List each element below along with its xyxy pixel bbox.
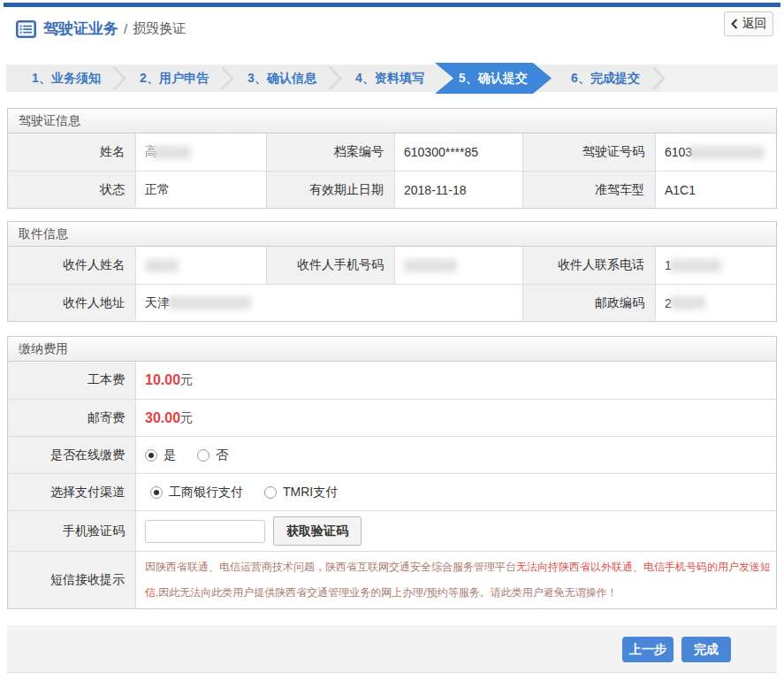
step-5-active[interactable]: 5、确认提交 (435, 63, 552, 94)
captcha-input[interactable] (145, 520, 265, 543)
get-captcha-button[interactable]: 获取验证码 (273, 516, 362, 546)
cost-fee-value: 10.00元 (135, 362, 776, 399)
chevron-left-icon (731, 19, 738, 29)
back-button[interactable]: 返回 (724, 11, 773, 36)
captcha-label: 手机验证码 (8, 510, 135, 551)
redacted-blur (168, 296, 251, 309)
online-pay-options: 是 否 (135, 436, 776, 473)
back-label: 返回 (742, 16, 767, 32)
breadcrumb-separator: / (124, 21, 127, 36)
step-separator (651, 65, 672, 92)
step-1[interactable]: 1、业务须知 (12, 65, 120, 92)
redacted-blur (404, 259, 457, 272)
expiry-label: 有效期止日期 (266, 171, 394, 208)
radio-channel-icbc[interactable]: 工商银行支付 (150, 485, 243, 500)
redacted-blur (689, 146, 765, 159)
file-no-label: 档案编号 (266, 134, 394, 171)
name-label: 姓名 (8, 134, 135, 171)
class-value: A1C1 (655, 171, 776, 208)
radio-selected-icon (150, 486, 163, 499)
radio-online-no[interactable]: 否 (197, 447, 228, 463)
step-6[interactable]: 6、完成提交 (552, 65, 659, 92)
recipient-address-label: 收件人地址 (8, 284, 135, 321)
section-pickup-info: 取件信息 收件人姓名 收件人手机号码 收件人联系电话 1 收件人地址 天津 邮政… (7, 221, 777, 322)
redacted-blur (670, 259, 721, 272)
finish-button[interactable]: 完成 (681, 637, 731, 662)
section-fees-title: 缴纳费用 (8, 337, 776, 362)
postage-fee-label: 邮寄费 (8, 399, 135, 436)
list-icon (16, 20, 36, 38)
step-separator (219, 65, 240, 92)
previous-step-button[interactable]: 上一步 (622, 637, 674, 662)
footer-bar: 上一步 完成 (7, 626, 777, 673)
section-license-title: 驾驶证信息 (8, 109, 776, 134)
recipient-name-value (135, 247, 266, 284)
page-header: 驾驶证业务 / 损毁换证 返回 (0, 7, 784, 50)
step-4[interactable]: 4、资料填写 (336, 65, 444, 92)
zip-value: 2 (655, 284, 776, 321)
radio-unselected-icon (264, 486, 277, 499)
step-2[interactable]: 2、用户申告 (120, 65, 228, 92)
pay-channel-label: 选择支付渠道 (8, 473, 135, 510)
expiry-value: 2018-11-18 (394, 171, 522, 208)
redacted-blur (145, 259, 179, 272)
step-separator (327, 65, 348, 92)
pay-channel-options: 工商银行支付 TMRI支付 (135, 473, 776, 510)
section-fees: 缴纳费用 工本费 10.00元 邮寄费 30.00元 是否在线缴费 是 否 选择… (7, 336, 777, 609)
license-no-label: 驾驶证号码 (522, 134, 655, 171)
radio-unselected-icon (197, 449, 209, 462)
radio-selected-icon (145, 449, 157, 462)
redacted-blur (670, 296, 705, 309)
online-pay-label: 是否在线缴费 (8, 436, 135, 473)
recipient-tel-value: 1 (655, 247, 776, 284)
class-label: 准驾车型 (522, 171, 655, 208)
recipient-address-value: 天津 (135, 284, 522, 321)
sms-notice-label: 短信接收提示 (8, 551, 135, 608)
cost-fee-label: 工本费 (8, 362, 135, 399)
step-wizard: 1、业务须知 2、用户申告 3、确认信息 4、资料填写 5、确认提交 6、完成提… (6, 65, 778, 92)
section-pickup-title: 取件信息 (8, 222, 776, 247)
page-title: 驾驶证业务 (43, 19, 118, 39)
step-3[interactable]: 3、确认信息 (228, 65, 336, 92)
captcha-row: 获取验证码 (135, 510, 776, 551)
breadcrumb-current: 损毁换证 (133, 20, 186, 37)
recipient-mobile-label: 收件人手机号码 (266, 247, 394, 284)
radio-online-yes[interactable]: 是 (145, 447, 176, 463)
redacted-blur (152, 146, 191, 159)
zip-label: 邮政编码 (522, 284, 655, 321)
sms-notice-text: 因陕西省联通、电信运营商技术问题，陕西省互联网交通安全综合服务管理平台无法向持陕… (135, 551, 776, 608)
recipient-name-label: 收件人姓名 (8, 247, 135, 284)
recipient-mobile-value (394, 247, 522, 284)
status-value: 正常 (135, 171, 266, 208)
step-separator (111, 65, 133, 92)
file-no-value: 610300****85 (394, 134, 522, 171)
license-no-value: 6103 (655, 134, 776, 171)
status-label: 状态 (8, 171, 135, 208)
step-bar-filler (661, 65, 778, 92)
section-license-info: 驾驶证信息 姓名 高 档案编号 610300****85 驾驶证号码 6103 … (7, 108, 777, 209)
radio-channel-tmri[interactable]: TMRI支付 (264, 485, 338, 500)
name-value: 高 (135, 134, 266, 171)
postage-fee-value: 30.00元 (135, 399, 776, 436)
recipient-tel-label: 收件人联系电话 (522, 247, 655, 284)
